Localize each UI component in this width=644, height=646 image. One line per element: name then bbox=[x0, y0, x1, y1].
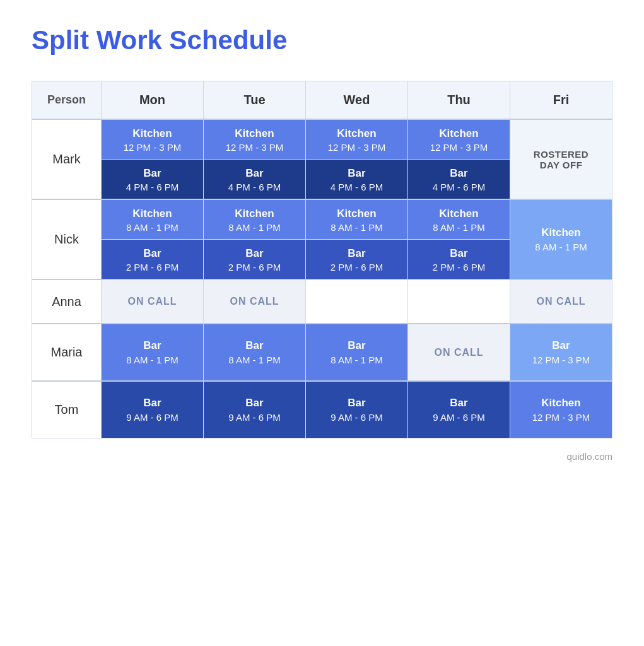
person-cell: Anna bbox=[32, 279, 102, 324]
empty-cell bbox=[306, 279, 408, 324]
header-mon: Mon bbox=[102, 81, 204, 120]
table-row: Maria Bar 8 AM - 1 PM Bar 8 AM - 1 PM Ba… bbox=[32, 324, 612, 381]
header-thu: Thu bbox=[408, 81, 510, 120]
on-call-cell: ON CALL bbox=[204, 279, 306, 324]
rostered-day-off-cell: ROSTEREDDAY OFF bbox=[510, 119, 612, 199]
schedule-table: Person Mon Tue Wed Thu Fri Mark Kitchen … bbox=[32, 81, 612, 438]
on-call-cell: ON CALL bbox=[102, 279, 204, 324]
table-row: Tom Bar 9 AM - 6 PM Bar 9 AM - 6 PM Bar … bbox=[32, 381, 612, 438]
table-row: Nick Kitchen 8 AM - 1 PM Kitchen 8 AM - … bbox=[32, 199, 612, 240]
on-call-cell: ON CALL bbox=[408, 324, 510, 381]
footer-brand: quidlo.com bbox=[32, 451, 612, 462]
header-person: Person bbox=[32, 81, 102, 120]
on-call-cell: ON CALL bbox=[510, 279, 612, 324]
table-row: Mark Kitchen 12 PM - 3 PM Kitchen 12 PM … bbox=[32, 119, 612, 160]
header-fri: Fri bbox=[510, 81, 612, 120]
person-cell: Tom bbox=[32, 381, 102, 438]
person-cell: Nick bbox=[32, 199, 102, 279]
person-cell: Maria bbox=[32, 324, 102, 381]
header-wed: Wed bbox=[306, 81, 408, 120]
table-header: Person Mon Tue Wed Thu Fri bbox=[32, 81, 612, 120]
page-title: Split Work Schedule bbox=[32, 25, 612, 56]
header-tue: Tue bbox=[204, 81, 306, 120]
empty-cell bbox=[408, 279, 510, 324]
person-cell: Mark bbox=[32, 119, 102, 199]
table-row: AnnaON CALLON CALLON CALL bbox=[32, 279, 612, 324]
